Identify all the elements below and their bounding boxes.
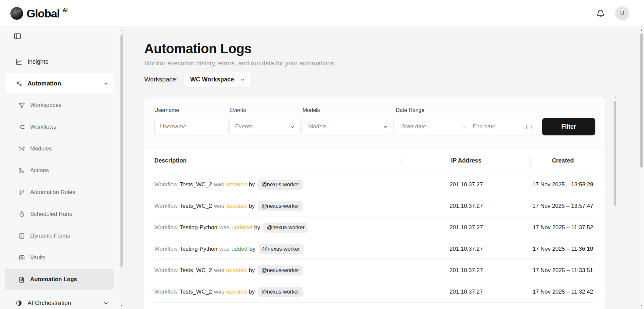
clock-icon — [18, 211, 25, 218]
sidebar-item-automation-rules[interactable]: Automation Rules — [5, 182, 114, 203]
row-by: by — [254, 224, 260, 231]
sidebar-item-automation-logs[interactable]: Automation Logs — [5, 269, 114, 290]
row-verb: was — [219, 246, 229, 252]
page-scrollbar[interactable]: ▲ ▼ — [639, 27, 644, 309]
scroll-up-arrow-icon[interactable]: ▲ — [613, 96, 617, 99]
brand-name: Global — [26, 7, 60, 20]
workspace-select[interactable]: WC Workspace — [184, 72, 252, 87]
row-verb: was — [214, 289, 224, 295]
username-input[interactable] — [154, 118, 227, 135]
date-range-picker[interactable]: Start date → End date — [396, 118, 538, 135]
row-action: updated — [231, 224, 252, 231]
events-select[interactable]: Events — [229, 118, 301, 135]
scroll-up-arrow-icon[interactable]: ▲ — [639, 28, 644, 33]
rules-icon — [18, 189, 25, 196]
log-row: WorkflowTests_WC_2wasupdatedby@nexus-wor… — [154, 281, 595, 303]
scroll-down-arrow-icon[interactable]: ▼ — [639, 303, 644, 308]
workspace-label: Workspace: — [144, 76, 178, 83]
sidebar-item-scheduled-runs[interactable]: Scheduled Runs — [5, 203, 114, 225]
row-target-name: Testing-Python — [180, 246, 217, 252]
row-by: by — [249, 181, 255, 188]
description-cell: WorkflowTests_WC_2wasupdatedby@nexus-wor… — [154, 287, 402, 297]
page-scrollbar-thumb[interactable] — [640, 34, 643, 168]
row-actor-pill: @nexus-worker — [258, 287, 303, 297]
sidebar-item-label: Workflows — [30, 124, 56, 130]
models-filter-label: Models — [303, 107, 394, 113]
scroll-down-arrow-icon[interactable]: ▼ — [120, 304, 123, 308]
ip-cell: 201.10.37.27 — [402, 203, 530, 209]
end-date-placeholder[interactable]: End date — [473, 123, 495, 130]
username-filter-label: Username — [154, 107, 227, 113]
filters-bar: Username Events Events Models Models — [144, 97, 605, 148]
row-entity: Workflow — [154, 246, 178, 252]
scroll-up-arrow-icon[interactable]: ▲ — [120, 29, 123, 32]
filter-button[interactable]: Filter — [542, 118, 595, 135]
log-row: WorkflowTesting-Pythonwasaddedby@nexus-w… — [154, 238, 595, 260]
logs-card: Username Events Events Models Models — [144, 97, 605, 309]
sidebar-item-label: AI Orchestration — [28, 300, 71, 307]
actions-icon — [18, 167, 25, 174]
date-range-label: Date Range — [396, 107, 538, 113]
row-action: updated — [226, 181, 247, 188]
sidebar-item-workspaces[interactable]: Workspaces — [5, 95, 114, 116]
logs-table: Description IP Address Created WorkflowT… — [144, 148, 605, 303]
nodes-icon — [18, 102, 25, 109]
form-icon — [18, 233, 25, 239]
panel-toggle-icon[interactable] — [13, 32, 21, 40]
description-cell: WorkflowTests_WC_2wasupdatedby@nexus-wor… — [154, 201, 402, 211]
log-rows: WorkflowTests_WC_2wasupdatedby@nexus-wor… — [154, 174, 595, 303]
avatar-initial: U — [620, 10, 624, 16]
events-filter-label: Events — [229, 107, 301, 113]
globe-logo-icon — [10, 7, 23, 20]
sidebar-item-modules[interactable]: Modules — [5, 138, 114, 160]
ip-cell: 201.10.37.27 — [402, 246, 530, 252]
sidebar-scrollbar[interactable]: ▲ ▼ — [120, 29, 123, 309]
row-actor-pill: @nexus-worker — [263, 223, 308, 233]
content-scrollbar[interactable]: ▲ — [613, 96, 617, 309]
sidebar-item-insights[interactable]: Insights — [5, 51, 114, 72]
sidebar-scrollbar-thumb[interactable] — [120, 35, 123, 267]
log-row: WorkflowTests_WC_2wasupdatedby@nexus-wor… — [154, 195, 595, 217]
created-cell: 17 Nov 2025 – 11:32:42 — [530, 289, 595, 295]
models-select-value: Models — [308, 123, 327, 130]
user-avatar[interactable]: U — [615, 6, 629, 20]
chart-icon — [15, 58, 22, 65]
workflow-icon — [18, 124, 25, 130]
row-action: updated — [226, 203, 247, 209]
sidebar-item-workflows[interactable]: Workflows — [5, 116, 114, 138]
row-target-name: Tests_WC_2 — [180, 203, 212, 209]
row-verb: was — [214, 181, 224, 188]
sidebar-item-automation[interactable]: Automation — [5, 73, 114, 94]
log-row: WorkflowTesting-Pythonwasupdatedby@nexus… — [154, 217, 595, 238]
sidebar: InsightsAutomationWorkspacesWorkflowsMod… — [0, 27, 119, 309]
created-cell: 17 Nov 2025 – 11:36:10 — [530, 246, 595, 252]
row-action: updated — [226, 267, 247, 274]
content-scrollbar-thumb[interactable] — [614, 101, 616, 206]
page-subtitle: Monitor execution history, errors, and r… — [144, 60, 613, 67]
row-by: by — [249, 203, 255, 209]
column-header-ip: IP Address — [402, 157, 530, 164]
vault-icon — [18, 254, 25, 261]
chevron-down-icon — [240, 77, 245, 82]
sidebar-item-vaults[interactable]: Vaults — [5, 247, 114, 268]
log-icon — [18, 276, 25, 283]
description-cell: WorkflowTests_WC_2wasupdatedby@nexus-wor… — [154, 180, 402, 190]
topbar: Global AI U — [0, 0, 644, 27]
log-row: WorkflowTests_WC_2wasupdatedby@nexus-wor… — [154, 260, 595, 281]
sidebar-item-label: Modules — [30, 145, 52, 152]
row-target-name: Tests_WC_2 — [180, 181, 212, 188]
start-date-placeholder[interactable]: Start date — [401, 123, 461, 130]
sidebar-item-dynamic-forms[interactable]: Dynamic Forms — [5, 225, 114, 247]
row-entity: Workflow — [154, 224, 178, 231]
brand-logo[interactable]: Global AI — [10, 7, 68, 20]
sidebar-item-ai-orchestration[interactable]: AI Orchestration — [5, 292, 114, 309]
models-select[interactable]: Models — [303, 118, 394, 135]
notifications-bell-icon[interactable] — [596, 9, 605, 18]
row-target-name: Testing-Python — [180, 224, 217, 231]
ip-cell: 201.10.37.27 — [402, 289, 530, 295]
row-verb: was — [219, 224, 229, 231]
calendar-icon[interactable] — [526, 123, 532, 130]
row-verb: was — [214, 203, 224, 209]
sidebar-item-label: Dynamic Forms — [30, 233, 70, 239]
sidebar-item-actions[interactable]: Actions — [5, 160, 114, 181]
